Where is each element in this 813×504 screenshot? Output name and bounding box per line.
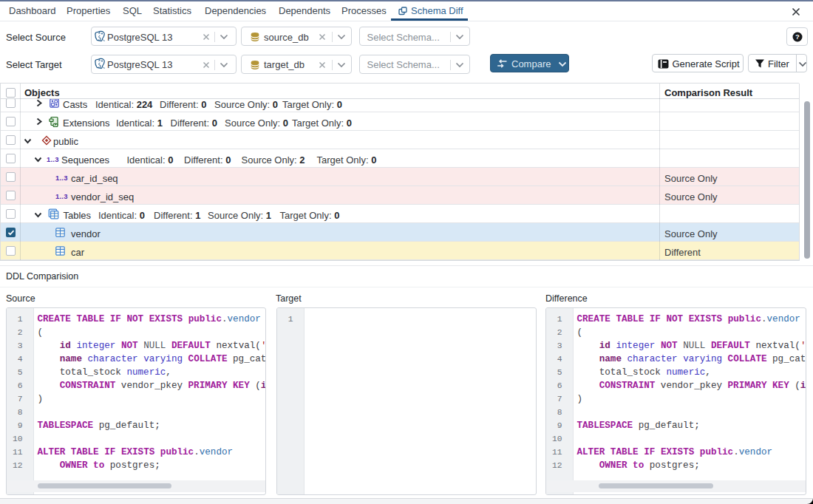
- svg-text:?: ?: [795, 33, 800, 41]
